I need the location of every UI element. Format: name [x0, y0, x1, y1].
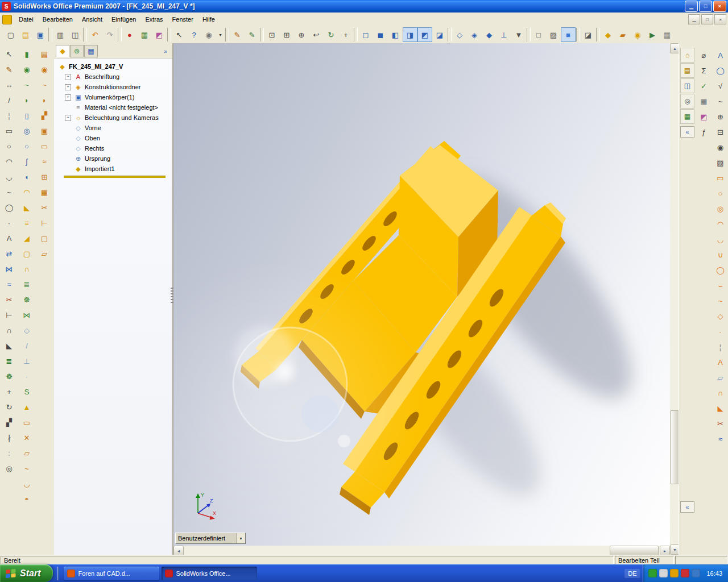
selection-filter-dropdown[interactable]: ▼ — [216, 27, 225, 42]
lofted-cut-icon[interactable]: ◖ — [19, 169, 35, 185]
task-solidworks-office[interactable]: SolidWorks Office... — [162, 567, 257, 580]
center-mark-icon[interactable]: ◉ — [713, 140, 728, 155]
view-isometric-icon[interactable]: ◇ — [452, 27, 467, 42]
edit-color-icon[interactable]: ◩ — [152, 27, 167, 42]
text-icon[interactable]: A — [1, 231, 17, 246]
revolved-surface-icon[interactable]: ◉ — [36, 62, 52, 77]
menu-item[interactable]: Datei — [14, 14, 38, 25]
expand-toggle[interactable]: + — [65, 74, 71, 80]
offset-entities-icon[interactable]: ≈ — [1, 277, 17, 292]
check-icon[interactable]: ✓ — [696, 78, 712, 94]
move-face-icon[interactable]: ▭ — [19, 415, 35, 430]
shell-icon[interactable]: ▢ — [19, 246, 35, 261]
zoom-area-icon[interactable]: ⊞ — [279, 27, 294, 42]
thicken-icon[interactable]: ▦ — [36, 185, 52, 200]
search-tab[interactable]: ◎ — [680, 94, 694, 109]
tray-icon-4[interactable] — [681, 569, 689, 577]
horizontal-scrollbar[interactable]: ◄ ► — [173, 546, 670, 555]
swept-cut-icon[interactable]: ∫ — [19, 154, 35, 169]
rebuild-icon[interactable]: ● — [122, 27, 137, 42]
dome-icon[interactable]: ∩ — [19, 261, 35, 277]
macro-icon[interactable]: ▦ — [660, 27, 675, 42]
tree-item-label[interactable]: Ursprung — [85, 155, 110, 162]
lofted-boss-icon[interactable]: ◗ — [19, 93, 35, 108]
mass-properties-icon[interactable]: Σ — [696, 63, 712, 78]
hole-wizard-icon[interactable]: ◎ — [19, 123, 35, 139]
extruded-surface-icon[interactable]: ▤ — [36, 47, 52, 62]
sketch-rectangle-icon[interactable]: ▭ — [713, 171, 728, 186]
motion-study-icon[interactable]: ▶ — [645, 27, 660, 42]
tree-item[interactable]: ◇ Vorne — [55, 123, 171, 133]
balloon-icon[interactable]: ◯ — [713, 63, 728, 78]
sketch-tool-icon[interactable]: ✎ — [1, 62, 17, 77]
expand-toggle[interactable]: + — [65, 94, 71, 101]
photoworks-icon[interactable]: ◉ — [630, 27, 645, 42]
swept-boss-icon[interactable]: ~ — [19, 77, 35, 93]
undo-icon[interactable]: ↶ — [88, 27, 102, 42]
sketch-fillet-icon[interactable]: ∩ — [1, 323, 17, 338]
sketch-ellipse-icon[interactable]: ◯ — [713, 263, 728, 278]
fillet-icon[interactable]: ◠ — [19, 185, 35, 200]
previous-view-icon[interactable]: ↩ — [309, 27, 324, 42]
selection-filter-icon[interactable]: ◉ — [201, 27, 216, 42]
zoom-fit-icon[interactable]: ⊡ — [264, 27, 279, 42]
draft-icon[interactable]: ◢ — [19, 231, 35, 246]
sketch-point-icon[interactable]: · — [713, 324, 728, 339]
parabola-icon[interactable]: ⌣ — [713, 278, 728, 293]
planar-surface-icon[interactable]: ▭ — [36, 139, 52, 154]
tree-item-label[interactable]: Beschriftung — [85, 73, 119, 80]
sketch-chamfer2-icon[interactable]: ◣ — [713, 401, 728, 416]
zoom-in-out-icon[interactable]: ⊕ — [294, 27, 309, 42]
sketch-plane-icon[interactable]: ▱ — [713, 370, 728, 385]
design-table-icon[interactable]: ▦ — [137, 27, 152, 42]
tree-item[interactable]: + ▣ Volumenkörper(1) — [55, 92, 171, 102]
tree-item[interactable]: ◇ Oben — [55, 133, 171, 143]
tray-icon-1[interactable] — [648, 569, 657, 577]
sketch-offset-icon[interactable]: ≈ — [713, 431, 728, 447]
instant3d-icon[interactable]: ▲ — [19, 400, 35, 415]
coordinate-system-icon[interactable]: ⊥ — [19, 354, 35, 369]
reference-plane-icon[interactable]: ◇ — [19, 323, 35, 338]
tree-item[interactable]: ◆ Importiert1 — [55, 164, 171, 174]
view-normal-to-icon[interactable]: ⊥ — [497, 27, 511, 42]
wrap-icon[interactable]: ◓ — [19, 492, 35, 507]
view-palette-tab[interactable]: ▦ — [680, 109, 694, 124]
extruded-boss-icon[interactable]: ▮ — [19, 47, 35, 62]
linear-pattern-icon[interactable]: ≣ — [19, 277, 35, 292]
new-document-icon[interactable]: ▢ — [3, 27, 18, 42]
centerpoint-arc-icon[interactable]: ◠ — [1, 154, 17, 169]
select-icon[interactable]: ↖ — [172, 27, 187, 42]
menu-item[interactable]: Ansicht — [77, 14, 107, 25]
document-icon[interactable] — [2, 15, 12, 24]
view-orientation-combo[interactable]: Benutzerdefiniert ▼ — [175, 533, 246, 544]
mirror-feature-icon[interactable]: ⋈ — [19, 307, 35, 323]
helix-icon[interactable]: S — [19, 384, 35, 400]
tree-item[interactable]: ⊕ Ursprung — [55, 153, 171, 164]
tree-item[interactable]: + ☼ Beleuchtung und Kameras — [55, 113, 171, 123]
close-button[interactable]: × — [713, 1, 726, 12]
sketch-centerpoint-arc-icon[interactable]: ◠ — [713, 217, 728, 232]
sketch-trim-icon[interactable]: ✂ — [713, 416, 728, 431]
extruded-cut-icon[interactable]: ▯ — [19, 108, 35, 123]
construction-geometry-icon[interactable]: : — [1, 446, 17, 461]
tree-root-item[interactable]: ◆ FK_245_MI_247_V — [55, 61, 171, 72]
trim-entities-icon[interactable]: ✂ — [1, 292, 17, 307]
tree-item-label[interactable]: Vorne — [85, 124, 101, 131]
quick-snaps-icon[interactable]: ◎ — [1, 461, 17, 476]
sketch-circle-icon[interactable]: ○ — [713, 186, 728, 201]
task-pane-collapse-icon[interactable]: « — [680, 501, 694, 513]
start-button[interactable]: Start — [0, 564, 53, 582]
linear-sketch-pattern-icon[interactable]: ≣ — [1, 354, 17, 369]
wireframe-icon[interactable]: □ — [531, 27, 546, 42]
toolbox-icon[interactable]: ▰ — [615, 27, 630, 42]
delete-face-icon[interactable]: ✕ — [19, 430, 35, 446]
view-bottom-icon[interactable]: ◪ — [432, 27, 447, 42]
combo-dropdown-icon[interactable]: ▼ — [236, 533, 245, 543]
minimize-button[interactable]: ▁ — [685, 1, 698, 12]
vertical-scrollbar[interactable]: ▲ ▼ — [670, 43, 679, 555]
centerline-icon[interactable]: ¦ — [1, 108, 17, 123]
tray-icon-5[interactable] — [692, 569, 700, 577]
design-library-tab[interactable]: ▤ — [680, 63, 694, 78]
filled-surface-icon[interactable]: ▣ — [36, 123, 52, 139]
ellipse-icon[interactable]: ◯ — [1, 200, 17, 215]
